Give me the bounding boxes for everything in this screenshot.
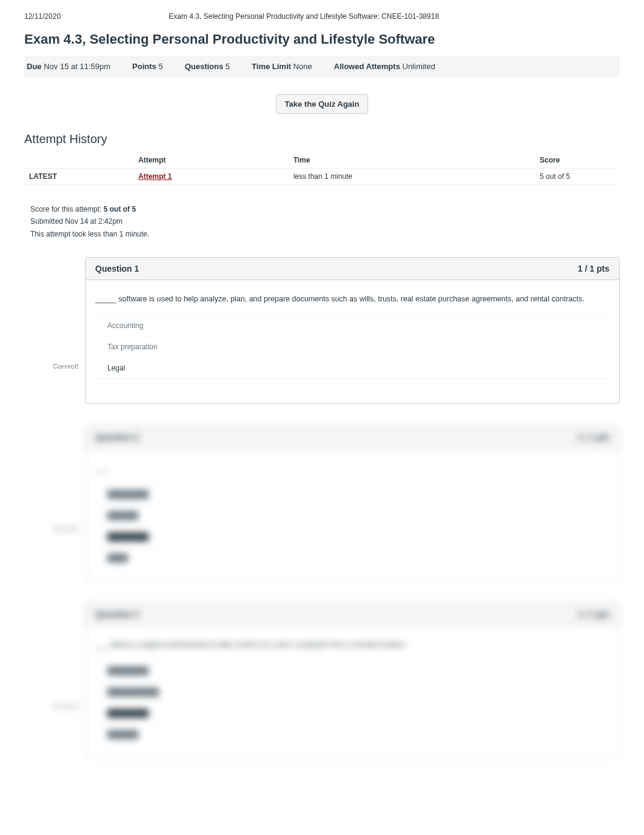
answer-option: ██████ (95, 505, 609, 526)
answer-option: ██████ (95, 723, 609, 745)
question-title: Question 1 (95, 264, 139, 273)
take-quiz-again-button[interactable]: Take the Quiz Again (276, 94, 369, 114)
score-cell: 5 out of 5 (535, 169, 620, 185)
question-title: Question 2 (95, 432, 139, 442)
page-title: Exam 4.3, Selecting Personal Productivit… (24, 32, 620, 47)
answer-option-selected: ████████ (95, 702, 609, 723)
question-points: 1 / 1 pts (578, 609, 609, 619)
attempt-history-table: Attempt Time Score LATEST Attempt 1 less… (24, 152, 620, 185)
question-points: 1 / 1 pts (578, 432, 609, 442)
answer-option-selected: ████████ (95, 526, 609, 547)
answer-option: Tax preparation (95, 336, 609, 357)
meta-questions: Questions 5 (185, 62, 230, 71)
meta-points: Points 5 (132, 62, 163, 71)
answer-option (95, 378, 609, 391)
meta-attempts: Allowed Attempts Unlimited (334, 62, 435, 71)
question-1: Correct! Question 1 1 / 1 pts _____ soft… (24, 257, 620, 404)
question-title: Question 3 (95, 609, 139, 619)
answer-option-selected: Legal (95, 357, 609, 378)
question-text: ___ allows a support professional to tak… (86, 626, 619, 660)
answer-option: ██████████ (95, 681, 609, 702)
attempt-link[interactable]: Attempt 1 (138, 172, 172, 181)
meta-timelimit: Time Limit None (252, 62, 312, 71)
question-card: Question 2 1 / 1 pts ___ ████████ ██████… (85, 426, 620, 581)
question-2-blurred: Correct! Question 2 1 / 1 pts ___ ██████… (24, 426, 620, 581)
col-attempt: Attempt (133, 152, 289, 169)
correct-indicator: Correct! (24, 363, 85, 370)
header-doc-title: Exam 4.3, Selecting Personal Productivit… (61, 12, 620, 21)
question-card: Question 1 1 / 1 pts _____ software is u… (85, 257, 620, 404)
meta-due: Due Nov 15 at 11:59pm (27, 62, 110, 71)
question-card: Question 3 1 / 1 pts ___ allows a suppor… (85, 603, 620, 758)
question-points: 1 / 1 pts (578, 264, 609, 273)
col-blank (24, 152, 133, 169)
question-text: _____ software is used to help analyze, … (86, 280, 619, 315)
time-cell: less than 1 minute (289, 169, 535, 185)
attempt-summary: Score for this attempt: 5 out of 5 Submi… (30, 203, 620, 240)
answer-option: Accounting (95, 315, 609, 336)
exam-meta-bar: Due Nov 15 at 11:59pm Points 5 Questions… (24, 56, 620, 77)
question-3-blurred: Correct! Question 3 1 / 1 pts ___ allows… (24, 603, 620, 758)
correct-indicator: Correct! (24, 525, 85, 532)
answer-option: ████ (95, 547, 609, 568)
attempt-history-heading: Attempt History (24, 132, 620, 146)
answer-option: ████████ (95, 483, 609, 505)
question-text: ___ (86, 449, 619, 483)
answer-option: ████████ (95, 660, 609, 681)
col-score: Score (535, 152, 620, 169)
page-header: 12/11/2020 Exam 4.3, Selecting Personal … (24, 12, 620, 21)
header-date: 12/11/2020 (24, 12, 61, 21)
table-row: LATEST Attempt 1 less than 1 minute 5 ou… (24, 169, 620, 185)
correct-indicator: Correct! (24, 702, 85, 709)
latest-cell: LATEST (24, 169, 133, 185)
table-header-row: Attempt Time Score (24, 152, 620, 169)
col-time: Time (289, 152, 535, 169)
